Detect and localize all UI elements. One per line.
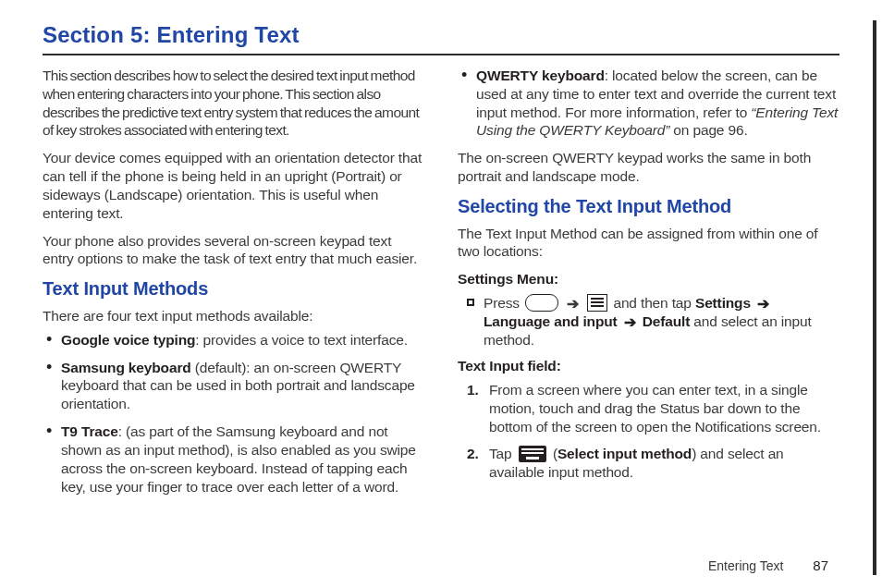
section-title: Section 5: Entering Text <box>43 22 839 48</box>
select-input-method-label: Select input method <box>557 446 692 461</box>
select-intro: The Text Input Method can be assigned fr… <box>458 225 839 262</box>
step-1: From a screen where you can enter text, … <box>458 381 839 435</box>
footer-section-label: Entering Text <box>708 558 783 573</box>
left-column: This section describes how to select the… <box>43 67 424 505</box>
desc: : provides a voice to text interface. <box>195 332 408 348</box>
right-margin-bar <box>873 20 876 575</box>
label: QWERTY keyboard <box>476 67 605 83</box>
home-button-icon <box>525 294 558 312</box>
intro-paragraph-3: Your phone also provides several on-scre… <box>43 232 424 269</box>
text-tap: Tap <box>489 446 516 461</box>
text-default: Default <box>639 313 691 329</box>
method-samsung-keyboard: Samsung keyboard (default): an on-screen… <box>43 359 424 413</box>
subhead-text-input-field: Text Input field: <box>458 357 839 375</box>
title-rule <box>43 54 839 55</box>
menu-button-icon <box>587 294 607 312</box>
subhead-settings-menu: Settings Menu: <box>458 270 839 288</box>
method-qwerty-keyboard: QWERTY keyboard: located below the scree… <box>458 67 839 140</box>
text-settings: Settings <box>695 295 754 311</box>
page-number: 87 <box>813 557 828 573</box>
intro-paragraph-1: This section describes how to select the… <box>43 67 424 140</box>
keyboard-icon <box>519 446 546 462</box>
step-2: Tap (Select input method) and select an … <box>458 445 839 482</box>
heading-text-input-methods: Text Input Methods <box>43 277 424 301</box>
methods-list-cont: QWERTY keyboard: located below the scree… <box>458 67 839 140</box>
text-language-input: Language and input <box>484 313 621 329</box>
text-then-tap: and then tap <box>613 295 695 311</box>
arrow-icon: ➔ <box>757 297 769 312</box>
label: Samsung keyboard <box>61 360 191 375</box>
label: Google voice typing <box>61 332 195 348</box>
intro-paragraph-2: Your device comes equipped with an orien… <box>43 149 424 222</box>
arrow-icon: ➔ <box>567 297 579 312</box>
label: T9 Trace <box>61 423 118 439</box>
manual-page: Section 5: Entering Text This section de… <box>0 0 882 588</box>
page-footer: Entering Text 87 <box>708 557 828 573</box>
methods-list: Google voice typing: provides a voice to… <box>43 331 424 496</box>
desc-b: on page 96. <box>669 122 747 138</box>
settings-step-list: Press ➔ and then tap Settings ➔ Language… <box>458 294 839 349</box>
method-t9-trace: T9 Trace: (as part of the Samsung keyboa… <box>43 423 424 496</box>
methods-intro: There are four text input methods availa… <box>43 307 424 325</box>
heading-selecting-method: Selecting the Text Input Method <box>458 195 839 219</box>
settings-step: Press ➔ and then tap Settings ➔ Language… <box>458 294 839 349</box>
right-column: QWERTY keyboard: located below the scree… <box>458 67 839 505</box>
arrow-icon: ➔ <box>624 315 636 330</box>
method-google-voice: Google voice typing: provides a voice to… <box>43 331 424 349</box>
square-bullet-icon <box>467 299 474 306</box>
qwerty-note: The on-screen QWERTY keypad works the sa… <box>458 149 839 186</box>
two-column-layout: This section describes how to select the… <box>43 67 839 505</box>
text-press: Press <box>484 295 523 311</box>
input-field-steps: From a screen where you can enter text, … <box>458 381 839 482</box>
step-1-text: From a screen where you can enter text, … <box>489 382 821 435</box>
